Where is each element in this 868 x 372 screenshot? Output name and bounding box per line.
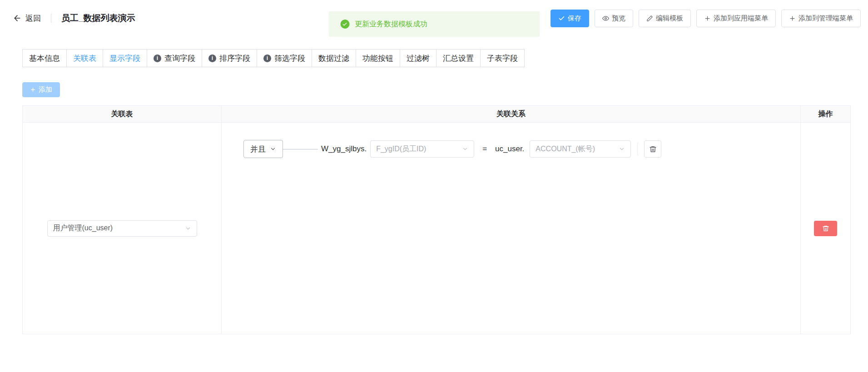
left-field-select-value: F_ygID(员工ID) — [376, 144, 426, 154]
tab-filter-fields[interactable]: i筛选字段 — [257, 49, 312, 67]
column-header-operation: 操作 — [801, 106, 850, 122]
config-tabs: 基本信息 关联表 显示字段 i查询字段 i排序字段 i筛选字段 数据过滤 功能按… — [22, 49, 868, 67]
tab-label: 子表字段 — [487, 53, 518, 64]
edit-template-button[interactable]: 编辑模板 — [639, 10, 691, 27]
tab-data-filter[interactable]: 数据过滤 — [312, 49, 356, 67]
tab-basic-info[interactable]: 基本信息 — [22, 49, 67, 67]
logic-operator-value: 并且 — [250, 144, 266, 154]
plus-icon — [704, 15, 711, 22]
info-icon: i — [208, 55, 216, 62]
relation-table-select-value: 用户管理(uc_user) — [53, 223, 113, 233]
condition-row: W_yg_sjlbys. F_ygID(员工ID) = uc_user. ACC… — [321, 140, 661, 158]
plus-icon — [789, 15, 796, 22]
tab-display-fields[interactable]: 显示字段 — [103, 49, 147, 67]
tab-label: 汇总设置 — [443, 53, 474, 64]
left-table-label: W_yg_sjlbys. — [321, 144, 367, 154]
tab-label: 功能按钮 — [362, 53, 393, 64]
equals-sign: = — [482, 144, 487, 154]
condition-group: 并且 W_yg_sjlbys. F_ygID(员工ID) = — [243, 140, 800, 158]
add-to-app-menu-label: 添加到应用端菜单 — [714, 14, 768, 23]
page-title: 员工_数据列表演示 — [61, 12, 135, 24]
eye-icon — [602, 15, 609, 22]
chevron-down-icon — [462, 146, 468, 152]
save-label: 保存 — [568, 14, 581, 23]
relation-table-cell: 用户管理(uc_user) — [23, 123, 222, 334]
header-actions: 保存 预览 编辑模板 添加到应用端菜单 添加到管理端菜单 — [551, 10, 861, 27]
table-row: 用户管理(uc_user) 并且 W_yg_sjlbys. — [22, 123, 851, 334]
tab-relation-table[interactable]: 关联表 — [66, 49, 103, 67]
relations-table: 关联表 关联关系 操作 用户管理(uc_user) 并且 — [22, 105, 851, 334]
tab-label: 显示字段 — [109, 53, 140, 64]
relation-table-select[interactable]: 用户管理(uc_user) — [47, 220, 197, 237]
condition-divider — [637, 143, 638, 155]
left-field-select[interactable]: F_ygID(员工ID) — [370, 140, 474, 158]
right-table-label: uc_user. — [495, 144, 524, 154]
right-field-select[interactable]: ACCOUNT_(帐号) — [530, 140, 631, 158]
back-label: 返回 — [25, 13, 41, 24]
logic-operator-select[interactable]: 并且 — [243, 140, 283, 158]
tab-label: 排序字段 — [219, 53, 250, 64]
tab-summary-settings[interactable]: 汇总设置 — [436, 49, 481, 67]
toast-message: 更新业务数据模板成功 — [355, 20, 427, 29]
tab-subtable-fields[interactable]: 子表字段 — [480, 49, 525, 67]
delete-condition-button[interactable] — [644, 140, 661, 158]
back-button[interactable]: 返回 — [13, 13, 41, 24]
column-header-relation: 关联关系 — [222, 106, 801, 122]
tab-label: 关联表 — [73, 53, 96, 64]
condition-connector-line — [283, 149, 318, 149]
relation-table-panel: 添加 关联表 关联关系 操作 用户管理(uc_user) — [0, 67, 868, 334]
trash-icon — [649, 145, 657, 153]
tab-label: 基本信息 — [29, 53, 60, 64]
chevron-down-icon — [185, 225, 191, 232]
plus-icon — [30, 87, 36, 93]
trash-icon — [822, 225, 829, 232]
preview-label: 预览 — [612, 14, 625, 23]
table-header-row: 关联表 关联关系 操作 — [22, 105, 851, 123]
tab-filter-tree[interactable]: 过滤树 — [400, 49, 436, 67]
relation-condition-cell: 并且 W_yg_sjlbys. F_ygID(员工ID) = — [222, 123, 801, 334]
check-icon — [558, 15, 565, 22]
header-divider — [51, 14, 51, 23]
column-header-relation-table: 关联表 — [23, 106, 222, 122]
arrow-left-icon — [13, 14, 22, 23]
tab-label: 过滤树 — [407, 53, 430, 64]
tab-label: 筛选字段 — [274, 53, 305, 64]
tab-label: 数据过滤 — [318, 53, 349, 64]
info-icon: i — [154, 55, 161, 62]
add-to-admin-menu-button[interactable]: 添加到管理端菜单 — [781, 10, 861, 27]
add-to-admin-menu-label: 添加到管理端菜单 — [799, 14, 853, 23]
pencil-icon — [646, 15, 653, 22]
tab-sort-fields[interactable]: i排序字段 — [202, 49, 257, 67]
add-relation-label: 添加 — [39, 85, 52, 94]
tab-query-fields[interactable]: i查询字段 — [147, 49, 202, 67]
edit-template-label: 编辑模板 — [656, 14, 683, 23]
add-to-app-menu-button[interactable]: 添加到应用端菜单 — [696, 10, 776, 27]
delete-row-button[interactable] — [814, 221, 837, 236]
success-toast: 更新业务数据模板成功 — [328, 11, 540, 37]
preview-button[interactable]: 预览 — [595, 10, 633, 27]
success-check-icon — [340, 20, 349, 29]
tab-function-buttons[interactable]: 功能按钮 — [356, 49, 400, 67]
header: 返回 员工_数据列表演示 更新业务数据模板成功 保存 预览 编辑模板 添加到应用… — [0, 0, 868, 36]
add-relation-button[interactable]: 添加 — [22, 82, 60, 97]
tab-label: 查询字段 — [164, 53, 195, 64]
chevron-down-icon — [270, 146, 276, 152]
operation-cell — [801, 123, 850, 334]
chevron-down-icon — [619, 146, 625, 152]
right-field-select-value: ACCOUNT_(帐号) — [536, 144, 595, 154]
save-button[interactable]: 保存 — [551, 10, 589, 27]
info-icon: i — [263, 55, 271, 62]
